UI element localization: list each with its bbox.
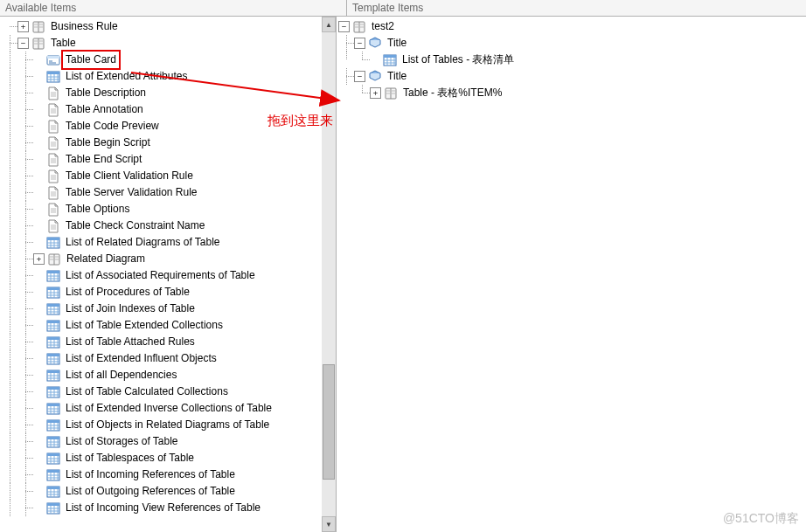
- scroll-thumb[interactable]: [323, 364, 335, 480]
- tree-item-label: List of Related Diagrams of Table: [64, 234, 222, 251]
- tree-item-label: Title: [386, 35, 408, 52]
- tree-item-business-rule[interactable]: + Business Rule: [2, 18, 322, 35]
- tree-item-table[interactable]: − Table: [2, 35, 322, 52]
- tree-item-list-of-tables[interactable]: List of Tables - 表格清单: [338, 52, 806, 68]
- tree-item[interactable]: List of Table Calculated Collections: [2, 383, 322, 400]
- tree-item-label: Table Check Constraint Name: [64, 218, 206, 234]
- tree-item[interactable]: List of Extended Inverse Collections of …: [2, 400, 322, 417]
- grid-icon: [46, 402, 60, 416]
- available-items-tree[interactable]: + Business Rule − Table Table Card List: [0, 17, 322, 532]
- page-icon: [46, 203, 60, 217]
- template-items-tree[interactable]: − test2 − Title List of Tables - 表格清单 −: [337, 17, 806, 103]
- grid-icon: [46, 269, 60, 283]
- tree-item-label: List of Storages of Table: [64, 433, 180, 450]
- tree-item-label: Title: [386, 68, 408, 85]
- tree-item[interactable]: List of Table Attached Rules: [2, 334, 322, 350]
- tree-item[interactable]: List of Table Extended Collections: [2, 317, 322, 334]
- tree-item-label: List of Extended Attributes: [64, 68, 189, 85]
- tree-item[interactable]: List of Incoming View References of Tabl…: [2, 500, 322, 516]
- title-icon: [368, 70, 382, 84]
- tree-item-label: List of Objects in Related Diagrams of T…: [64, 417, 271, 433]
- tree-item-test2[interactable]: − test2: [338, 18, 806, 35]
- scroll-track[interactable]: [322, 32, 336, 516]
- expander-icon[interactable]: −: [338, 21, 350, 32]
- tree-item-label: Table Begin Script: [64, 135, 152, 151]
- available-items-panel: + Business Rule − Table Table Card List: [0, 17, 337, 532]
- page-icon: [46, 120, 60, 134]
- tree-item-label: List of Table Attached Rules: [64, 334, 197, 350]
- tree-item[interactable]: Table Begin Script: [2, 135, 322, 151]
- expander-icon[interactable]: +: [17, 21, 29, 32]
- tree-item[interactable]: Table Options: [2, 201, 322, 218]
- scroll-down-button[interactable]: ▼: [322, 516, 336, 532]
- tree-item-table-card[interactable]: Table Card: [2, 52, 322, 68]
- tree-item[interactable]: Table Client Validation Rule: [2, 168, 322, 184]
- tree-item[interactable]: List of Tablespaces of Table: [2, 450, 322, 466]
- tree-item-label: Table Code Preview: [64, 118, 161, 135]
- tree-item[interactable]: List of all Dependencies: [2, 367, 322, 383]
- expander-icon[interactable]: −: [354, 71, 365, 82]
- tree-item-label: Table Options: [64, 201, 131, 218]
- page-icon: [46, 186, 60, 200]
- tree-item-label: Table Client Validation Rule: [64, 168, 195, 184]
- tree-item-label: Table - 表格%ITEM%: [401, 85, 504, 101]
- grid-icon: [46, 435, 60, 449]
- tree-item-label: List of Incoming View References of Tabl…: [64, 500, 262, 516]
- tree-item-label: Related Diagram: [65, 251, 147, 267]
- page-icon: [46, 153, 60, 167]
- expander-icon[interactable]: −: [17, 38, 29, 49]
- tree-item[interactable]: Table Description: [2, 85, 322, 101]
- page-icon: [46, 103, 60, 117]
- tree-item-label: Table Annotation: [64, 101, 145, 118]
- tree-item[interactable]: List of Objects in Related Diagrams of T…: [2, 417, 322, 433]
- tree-item-label: List of Tables - 表格清单: [400, 52, 516, 68]
- grid-icon: [383, 53, 397, 67]
- tree-item[interactable]: List of Storages of Table: [2, 433, 322, 450]
- page-icon: [46, 86, 60, 100]
- tree-item[interactable]: List of Extended Attributes: [2, 68, 322, 85]
- tree-item[interactable]: Table Annotation: [2, 101, 322, 118]
- title-icon: [368, 37, 382, 51]
- tree-item[interactable]: List of Join Indexes of Table: [2, 301, 322, 317]
- grid-icon: [46, 335, 60, 349]
- tree-item[interactable]: List of Outgoing References of Table: [2, 483, 322, 500]
- grid-icon: [46, 485, 60, 499]
- tree-item-label: List of Tablespaces of Table: [64, 450, 196, 466]
- tree-item-label: List of Extended Inverse Collections of …: [64, 400, 274, 417]
- grid-icon: [46, 302, 60, 316]
- tree-item-label: List of all Dependencies: [64, 367, 178, 383]
- grid-icon: [46, 319, 60, 333]
- book-icon: [384, 86, 398, 100]
- tree-item-related-diagram[interactable]: + Related Diagram: [2, 251, 322, 267]
- tree-item[interactable]: Table Code Preview: [2, 118, 322, 135]
- book-icon: [47, 252, 61, 266]
- tree-item[interactable]: Table Check Constraint Name: [2, 218, 322, 234]
- tree-item[interactable]: List of Procedures of Table: [2, 284, 322, 301]
- tree-item[interactable]: List of Extended Influent Objects: [2, 350, 322, 367]
- card-icon: [46, 53, 60, 67]
- tree-item-label: test2: [370, 18, 396, 35]
- tree-item[interactable]: Table End Script: [2, 151, 322, 168]
- tree-item-title-1[interactable]: − Title: [338, 35, 806, 52]
- tree-item-label: Table Server Validation Rule: [64, 184, 199, 201]
- tree-item[interactable]: Table Server Validation Rule: [2, 184, 322, 201]
- template-items-panel: − test2 − Title List of Tables - 表格清单 −: [337, 17, 806, 532]
- page-icon: [46, 136, 60, 150]
- panel-header-available: Available Items: [0, 0, 347, 16]
- expander-icon[interactable]: +: [370, 87, 381, 99]
- tree-item[interactable]: List of Related Diagrams of Table: [2, 234, 322, 251]
- tree-item-title-2[interactable]: − Title: [338, 68, 806, 85]
- grid-icon: [46, 385, 60, 399]
- expander-icon[interactable]: +: [33, 253, 45, 265]
- tree-item[interactable]: List of Associated Requirements of Table: [2, 267, 322, 284]
- scrollbar-vertical[interactable]: ▲ ▼: [322, 17, 336, 532]
- expander-icon[interactable]: −: [354, 38, 365, 49]
- scroll-up-button[interactable]: ▲: [322, 17, 336, 32]
- tree-item-table-item[interactable]: + Table - 表格%ITEM%: [338, 85, 806, 101]
- grid-icon: [46, 501, 60, 515]
- tree-item-label: List of Outgoing References of Table: [64, 483, 237, 500]
- grid-icon: [46, 468, 60, 482]
- tree-item[interactable]: List of Incoming References of Table: [2, 466, 322, 483]
- tree-item-label: Table Card: [61, 50, 121, 70]
- grid-icon: [46, 352, 60, 366]
